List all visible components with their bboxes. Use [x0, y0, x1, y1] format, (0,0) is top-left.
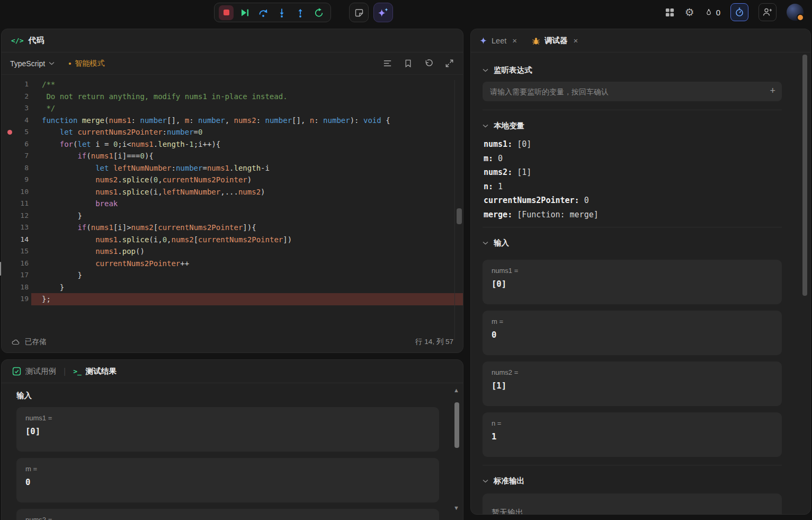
tab-leet-close-icon[interactable]: ×	[512, 36, 517, 45]
format-code-button[interactable]	[382, 58, 392, 68]
debug-input-card[interactable]: nums1 =[0]	[483, 260, 782, 304]
local-variable[interactable]: m: 0	[484, 152, 782, 166]
notes-button[interactable]	[349, 3, 369, 22]
test-input-card[interactable]: nums1 =[0]	[16, 407, 439, 452]
code-text[interactable]: nums1.pop()	[31, 245, 463, 258]
code-text[interactable]: /**	[31, 78, 463, 91]
editor-scrollbar-thumb[interactable]	[457, 208, 462, 224]
tab-debugger[interactable]: 调试器 ×	[532, 36, 578, 46]
code-line[interactable]: 16 currentNums2Pointer++	[2, 258, 463, 270]
user-avatar[interactable]	[787, 4, 804, 21]
code-text[interactable]: }	[31, 269, 463, 281]
field-value[interactable]: 0	[25, 478, 430, 487]
line-number-gutter[interactable]: 16	[2, 258, 31, 270]
expand-editor-button[interactable]	[444, 58, 454, 68]
tests-scrollbar-thumb[interactable]	[454, 402, 459, 448]
timer-button[interactable]	[730, 3, 748, 21]
line-number-gutter[interactable]: 13	[2, 222, 31, 234]
local-variable[interactable]: n: 1	[484, 180, 782, 194]
continue-button[interactable]	[237, 5, 252, 20]
section-stdout[interactable]: 标准输出	[483, 470, 782, 491]
ai-assistant-button[interactable]	[373, 3, 393, 22]
line-number-gutter[interactable]: 12	[2, 210, 31, 222]
code-text[interactable]: function merge(nums1: number[], m: numbe…	[31, 114, 463, 127]
code-text[interactable]: nums2.splice(0,currentNums2Pointer)	[31, 174, 463, 186]
section-watch-expressions[interactable]: 监听表达式	[483, 59, 782, 81]
streak-indicator[interactable]: 0	[704, 7, 720, 17]
debugger-scrollbar-thumb[interactable]	[802, 55, 807, 296]
code-line[interactable]: 12 }	[2, 210, 463, 222]
code-text[interactable]: let leftNumNumber:number=nums1.length-i	[31, 162, 463, 174]
step-out-button[interactable]	[293, 5, 308, 20]
line-number-gutter[interactable]: 17	[2, 269, 31, 281]
reset-code-button[interactable]	[424, 58, 434, 68]
line-number-gutter[interactable]: 1	[2, 78, 31, 91]
tests-scroll-down-arrow[interactable]: ▼	[453, 505, 459, 511]
line-number-gutter[interactable]: 14	[2, 234, 31, 246]
line-number-gutter[interactable]: 2	[2, 91, 31, 103]
tab-leet[interactable]: Leet ×	[479, 36, 517, 45]
code-line[interactable]: 4function merge(nums1: number[], m: numb…	[2, 114, 463, 127]
field-value[interactable]: [0]	[25, 427, 430, 436]
code-text[interactable]: }	[31, 281, 463, 294]
code-line[interactable]: 2 Do not return anything, modify nums1 i…	[2, 91, 463, 103]
code-text[interactable]: if(nums1[i]===0){	[31, 150, 463, 162]
section-input[interactable]: 输入	[483, 232, 782, 253]
code-text[interactable]: nums1.splice(i,leftNumNumber,...nums2)	[31, 186, 463, 198]
line-number-gutter[interactable]: 4	[2, 114, 31, 127]
line-number-gutter[interactable]: 11	[2, 198, 31, 210]
line-number-gutter[interactable]: 6	[2, 138, 31, 151]
test-input-card[interactable]: nums2 =[1]	[16, 509, 439, 520]
language-selector[interactable]: TypeScript	[10, 59, 55, 68]
code-text[interactable]: Do not return anything, modify nums1 in-…	[31, 91, 463, 103]
code-text[interactable]: for(let i = 0;i<nums1.length-1;i++){	[31, 138, 463, 151]
code-lines[interactable]: 1/**2 Do not return anything, modify num…	[2, 75, 463, 305]
local-variable[interactable]: merge: [Function: merge]	[484, 208, 782, 222]
code-text[interactable]: */	[31, 102, 463, 114]
invite-user-button[interactable]	[759, 3, 777, 21]
local-variable[interactable]: nums2: [1]	[484, 165, 782, 180]
code-line[interactable]: 19};	[2, 293, 463, 305]
local-variable[interactable]: currentNums2Pointer: 0	[484, 193, 782, 208]
code-line[interactable]: 6 for(let i = 0;i<nums1.length-1;i++){	[2, 138, 463, 151]
line-number-gutter[interactable]: 3	[2, 102, 31, 114]
local-variable[interactable]: nums1: [0]	[484, 137, 782, 152]
code-line[interactable]: 17 }	[2, 269, 463, 281]
code-line[interactable]: 14 nums1.splice(i,0,nums2[currentNums2Po…	[2, 234, 463, 246]
line-number-gutter[interactable]: 9	[2, 174, 31, 186]
code-line[interactable]: 8 let leftNumNumber:number=nums1.length-…	[2, 162, 463, 174]
add-watch-button[interactable]: +	[770, 85, 775, 96]
code-text[interactable]: let currentNums2Pointer:number=0	[31, 126, 463, 138]
section-local-variables[interactable]: 本地变量	[483, 115, 782, 136]
tab-test-results[interactable]: >_ 测试结果	[73, 366, 117, 376]
code-line[interactable]: 10 nums1.splice(i,leftNumNumber,...nums2…	[2, 186, 463, 198]
code-line[interactable]: 9 nums2.splice(0,currentNums2Pointer)	[2, 174, 463, 186]
line-number-gutter[interactable]: 18	[2, 281, 31, 294]
code-line[interactable]: 15 nums1.pop()	[2, 245, 463, 258]
field-value[interactable]: [0]	[492, 279, 773, 289]
step-into-button[interactable]	[274, 5, 289, 20]
line-number-gutter[interactable]: 5	[2, 126, 31, 138]
code-text[interactable]: if(nums1[i]>nums2[currentNums2Pointer]){	[31, 222, 463, 234]
code-text[interactable]: nums1.splice(i,0,nums2[currentNums2Point…	[31, 234, 463, 246]
code-text[interactable]: };	[31, 293, 463, 305]
line-number-gutter[interactable]: 7	[2, 150, 31, 162]
tab-debugger-close-icon[interactable]: ×	[574, 36, 578, 45]
line-number-gutter[interactable]: 15	[2, 245, 31, 258]
code-text[interactable]: break	[31, 198, 463, 210]
tab-test-cases[interactable]: 测试用例	[12, 366, 56, 376]
stop-button[interactable]	[219, 5, 234, 20]
line-number-gutter[interactable]: 19	[2, 293, 31, 305]
breakpoint-dot[interactable]	[7, 130, 12, 135]
field-value[interactable]: 1	[492, 432, 773, 442]
code-line[interactable]: 13 if(nums1[i]>nums2[currentNums2Pointer…	[2, 222, 463, 234]
line-number-gutter[interactable]: 10	[2, 186, 31, 198]
restart-button[interactable]	[311, 5, 326, 20]
field-value[interactable]: 0	[492, 330, 773, 340]
code-line[interactable]: 3 */	[2, 102, 463, 114]
watch-expression-input[interactable]	[483, 82, 782, 101]
code-line[interactable]: 5 let currentNums2Pointer:number=0	[2, 126, 463, 138]
code-line[interactable]: 1/**	[2, 78, 463, 91]
code-text[interactable]: currentNums2Pointer++	[31, 258, 463, 270]
code-line[interactable]: 18 }	[2, 281, 463, 294]
